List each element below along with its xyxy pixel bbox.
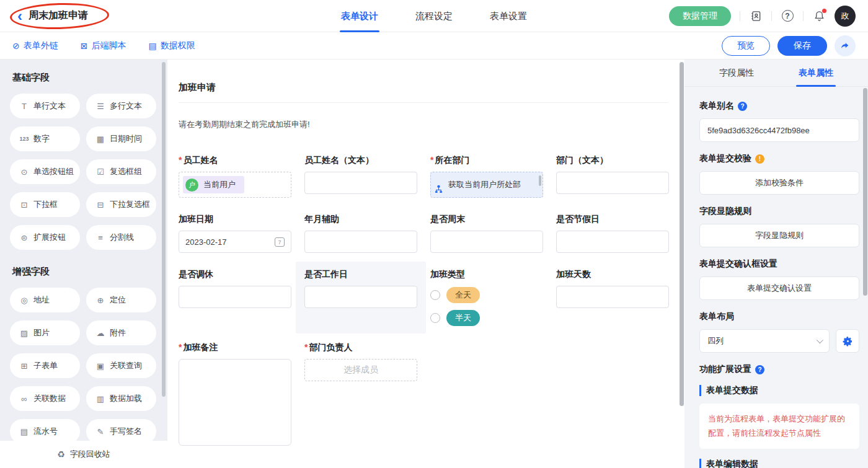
form-external-link[interactable]: ⊘ 表单外链 (12, 40, 58, 51)
visibility-rules-button[interactable]: 字段显隐规则 (699, 224, 859, 247)
select-member-button[interactable]: 选择成员 (304, 359, 417, 381)
radio-icon[interactable] (430, 313, 440, 323)
sidebar-section: 基础字段 T 单行文本 ☰ 多行文本 123 数字 ▦ 日期时间 ⊙ 单选按钮组… (10, 72, 156, 250)
overtime-days-input[interactable] (556, 286, 669, 308)
field-type-label: 单行文本 (33, 100, 66, 112)
form-alias-input[interactable] (699, 118, 859, 142)
tab-field-properties[interactable]: 字段属性 (719, 60, 754, 87)
divider (803, 11, 804, 21)
tab-form-design[interactable]: 表单设计 (322, 0, 397, 32)
save-button[interactable]: 保存 (777, 36, 827, 56)
layout-select[interactable]: 四列 (699, 329, 830, 353)
field-is-holiday[interactable]: 是否节假日 (556, 214, 669, 253)
field-overtime-days[interactable]: 加班天数 (556, 269, 669, 326)
required-mark: * (179, 342, 182, 352)
flow-form-warning: 当前为流程表单，表单提交功能扩展的配置，请前往流程发起节点属性 (699, 404, 859, 449)
field-type-label: 下拉复选框 (110, 199, 150, 210)
sidebar-field-type[interactable]: ⊟ 下拉复选框 (86, 192, 156, 217)
notification-bell-icon[interactable] (812, 9, 826, 23)
sidebar-field-type[interactable]: ⊞ 子表单 (10, 353, 80, 378)
sidebar-field-type[interactable]: ⊙ 单选按钮组 (10, 159, 80, 184)
field-dept-manager[interactable]: *部门负责人 选择成员 (304, 342, 417, 448)
layout-value: 四列 (707, 335, 724, 347)
data-manage-button[interactable]: 数据管理 (669, 6, 731, 26)
field-department-text[interactable]: 部门（文本） (556, 155, 669, 198)
field-remark[interactable]: *加班备注 (179, 342, 291, 448)
sidebar-field-type[interactable]: ▦ 日期时间 (86, 126, 156, 151)
current-user-widget[interactable]: 户 当前用户 (179, 172, 291, 198)
help-circle-icon[interactable]: ? (738, 102, 747, 111)
remark-textarea[interactable] (179, 359, 291, 446)
field-employee-name[interactable]: *员工姓名 户 当前用户 (179, 155, 291, 198)
overtime-date-input[interactable]: 2023-02-17 7 (179, 231, 291, 253)
is-holiday-input[interactable] (556, 231, 669, 253)
sidebar-field-type[interactable]: ☁ 附件 (86, 320, 156, 345)
required-mark: * (430, 155, 433, 165)
help-circle-icon[interactable]: ? (755, 365, 764, 374)
field-type-label: 关联查询 (110, 360, 142, 371)
field-overtime-date[interactable]: 加班日期 2023-02-17 7 (179, 214, 291, 253)
field-type-label: 数据加载 (110, 393, 142, 404)
tab-flow-settings[interactable]: 流程设定 (397, 0, 471, 32)
is-weekend-input[interactable] (430, 231, 543, 253)
layout-settings-button[interactable] (836, 329, 859, 353)
share-button[interactable] (835, 35, 856, 56)
backend-script-link[interactable]: ⊠ 后端脚本 (81, 40, 126, 51)
form-section-title[interactable]: 加班申请 (179, 82, 679, 94)
radio-option-half-day[interactable]: 半天 (430, 310, 543, 326)
sidebar-items: T 单行文本 ☰ 多行文本 123 数字 ▦ 日期时间 ⊙ 单选按钮组 ☑ 复选… (10, 94, 156, 250)
sidebar-field-type[interactable]: ⊜ 扩展按钮 (10, 225, 80, 250)
radio-icon[interactable] (430, 290, 440, 300)
required-mark: * (304, 342, 308, 352)
link-label: 表单外链 (24, 40, 58, 51)
canvas-scrollbar[interactable] (680, 62, 684, 406)
sidebar-field-type[interactable]: ⊕ 定位 (86, 288, 156, 312)
sidebar-field-type[interactable]: ▣ 关联查询 (86, 353, 156, 378)
field-type-label: 关联数据 (33, 393, 66, 404)
sidebar-field-type[interactable]: ☑ 复选框组 (86, 159, 156, 184)
section-divider (179, 102, 668, 103)
field-overtime-type[interactable]: 加班类型 全天 半天 (430, 269, 543, 326)
back-icon[interactable]: ‹ (17, 9, 22, 24)
sidebar-scrollbar[interactable] (162, 62, 166, 397)
year-month-input[interactable] (304, 231, 417, 253)
tab-form-properties[interactable]: 表单属性 (799, 60, 833, 87)
sidebar-field-type[interactable]: ▥ 数据加载 (86, 386, 156, 411)
preview-button[interactable]: 预览 (722, 36, 770, 56)
add-validation-button[interactable]: 添加校验条件 (699, 171, 859, 195)
field-is-workday[interactable]: 是否工作日 (296, 262, 426, 333)
field-year-month[interactable]: 年月辅助 (304, 214, 417, 253)
sidebar-field-type[interactable]: ▤ 流水号 (10, 419, 80, 444)
confirm-box-button[interactable]: 表单提交确认设置 (699, 276, 859, 300)
radio-option-full-day[interactable]: 全天 (430, 287, 543, 303)
data-permission-link[interactable]: ▤ 数据权限 (148, 40, 195, 51)
sidebar-field-type[interactable]: ∞ 关联数据 (10, 386, 80, 411)
help-icon[interactable]: ? (781, 9, 794, 23)
sidebar-field-type[interactable]: ☰ 多行文本 (86, 94, 156, 118)
sidebar-field-type[interactable]: 123 数字 (10, 126, 80, 151)
panel-scrollbar[interactable] (863, 88, 867, 296)
field-recycle-bin[interactable]: ♻ 字段回收站 (0, 441, 167, 468)
department-widget[interactable]: 获取当前用户所处部 (430, 172, 543, 198)
sidebar-field-type[interactable]: ▨ 图片 (10, 320, 80, 345)
mini-scrollbar (539, 175, 541, 186)
is-leave-in-lieu-input[interactable] (179, 286, 291, 308)
field-employee-name-text[interactable]: 员工姓名（文本） (304, 155, 417, 198)
field-department[interactable]: *所在部门 (430, 155, 543, 198)
form-description[interactable]: 请在考勤周期结束之前完成加班申请! (179, 119, 679, 130)
sidebar-field-type[interactable]: ≡ 分割线 (86, 225, 156, 250)
sidebar-field-type[interactable]: ◎ 地址 (10, 288, 80, 312)
workspace: 基础字段 T 单行文本 ☰ 多行文本 123 数字 ▦ 日期时间 ⊙ 单选按钮组… (0, 60, 868, 468)
is-workday-input[interactable] (304, 286, 417, 308)
tab-form-settings[interactable]: 表单设置 (471, 0, 546, 32)
sidebar-field-type[interactable]: T 单行文本 (10, 94, 80, 118)
sidebar-field-type[interactable]: ⊡ 下拉框 (10, 192, 80, 217)
field-is-leave-in-lieu[interactable]: 是否调休 (179, 269, 291, 326)
avatar[interactable]: 政 (835, 6, 856, 27)
field-is-weekend[interactable]: 是否周末 (430, 214, 543, 253)
field-label: 年月辅助 (304, 214, 417, 225)
address-book-icon[interactable] (749, 9, 763, 23)
department-text-input[interactable] (556, 172, 669, 194)
sidebar-field-type[interactable]: ✎ 手写签名 (86, 419, 156, 444)
employee-name-text-input[interactable] (304, 172, 417, 194)
